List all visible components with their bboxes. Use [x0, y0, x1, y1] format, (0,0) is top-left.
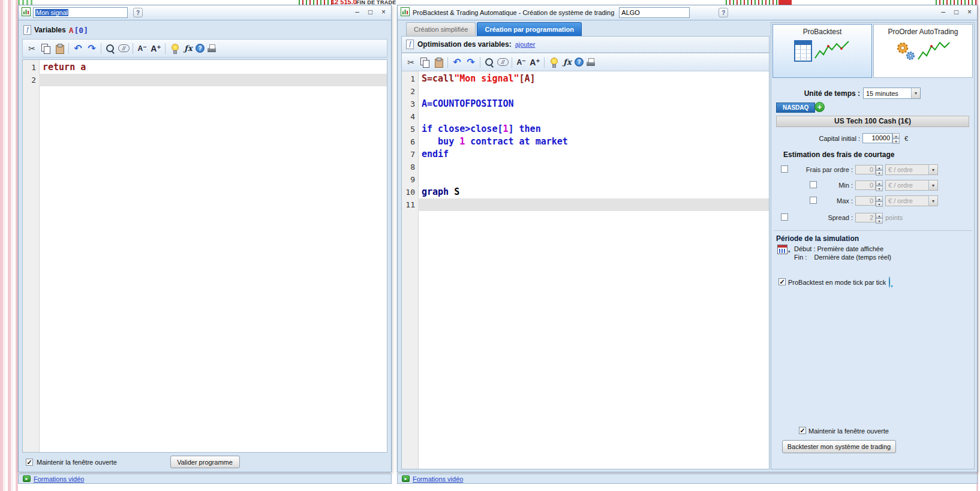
fee-input[interactable]: 0 — [855, 196, 876, 206]
line-number: 2 — [23, 74, 39, 86]
minimize-button[interactable]: – — [353, 8, 362, 17]
close-button[interactable]: × — [379, 8, 388, 17]
spin-down-icon[interactable]: ▾ — [876, 218, 883, 224]
undo-icon[interactable]: ↶ — [71, 43, 85, 55]
spin-down-icon[interactable]: ▾ — [876, 170, 883, 176]
variable-index[interactable]: [0] — [74, 26, 88, 35]
copy-icon[interactable] — [418, 56, 431, 68]
undo-icon[interactable]: ↶ — [450, 56, 464, 68]
spread-stepper[interactable]: ▴▾ — [876, 213, 883, 224]
code-line[interactable]: 11 — [402, 198, 769, 211]
formations-video-link[interactable]: Formations vidéo — [413, 475, 463, 483]
titlebar[interactable]: Mon signal ? – □ × — [19, 5, 391, 20]
help-icon[interactable]: ? — [133, 8, 143, 17]
background-candles — [18, 0, 34, 5]
keep-window-open-checkbox[interactable]: ✓ — [26, 459, 33, 466]
spin-down-icon[interactable]: ▾ — [876, 186, 883, 191]
font-increase-icon[interactable]: A⁺ — [149, 43, 163, 55]
validate-program-button[interactable]: Valider programme — [170, 456, 240, 468]
function-library-icon[interactable]: ƒx — [182, 43, 195, 55]
probacktest-mode-button[interactable]: ProBacktest — [772, 24, 872, 78]
fee-input[interactable]: 0 — [855, 180, 876, 190]
add-variable-link[interactable]: ajouter — [515, 41, 536, 48]
code-line[interactable]: 5if close>close[1] then — [402, 123, 769, 135]
help-circle-icon[interactable]: ? — [575, 58, 584, 67]
spin-down-icon[interactable]: ▾ — [892, 138, 900, 144]
spin-up-icon[interactable]: ▴ — [876, 196, 883, 201]
maximize-button[interactable]: □ — [366, 8, 375, 17]
fee-stepper[interactable]: ▴▾ — [876, 180, 883, 191]
code-line[interactable]: 2 — [402, 85, 769, 98]
add-instrument-button[interactable]: + — [814, 102, 825, 112]
spin-up-icon[interactable]: ▴ — [876, 180, 883, 186]
proorder-mode-button[interactable]: ProOrder AutoTrading — [873, 24, 973, 78]
code-line[interactable]: 6 buy 1 contract at market — [402, 135, 769, 148]
search-icon[interactable] — [104, 43, 117, 55]
comment-toggle-icon[interactable]: // — [118, 44, 130, 52]
cut-icon[interactable]: ✂ — [25, 43, 38, 55]
code-line[interactable]: 1return a — [23, 61, 387, 74]
hint-icon[interactable] — [168, 43, 181, 55]
capital-stepper[interactable]: ▴▾ — [892, 133, 900, 144]
code-line[interactable]: 10graph S — [402, 186, 769, 198]
hint-icon[interactable] — [547, 56, 560, 68]
maximize-button[interactable]: □ — [952, 8, 961, 17]
timeframe-select[interactable]: 15 minutes ▾ — [863, 88, 921, 99]
font-decrease-icon[interactable]: A⁻ — [515, 56, 528, 68]
capital-input[interactable]: 10000 — [862, 133, 892, 143]
help-icon[interactable]: ? — [719, 8, 728, 17]
signal-name-input[interactable]: Mon signal — [33, 7, 128, 18]
code-line[interactable]: 2 — [23, 74, 387, 86]
tab-creation-simplifiee[interactable]: Création simplifiée — [406, 22, 476, 36]
system-code-editor[interactable]: 1S=call"Mon signal"[A]23A=COUNTOFPOSITIO… — [402, 71, 769, 469]
code-line[interactable]: 9 — [402, 173, 769, 186]
calendar-icon[interactable] — [777, 245, 787, 254]
search-icon[interactable] — [483, 56, 496, 68]
font-decrease-icon[interactable]: A⁻ — [136, 43, 149, 55]
spin-up-icon[interactable]: ▴ — [876, 213, 883, 218]
code-line[interactable]: 3A=COUNTOFPOSITION — [402, 98, 769, 110]
line-number: 8 — [402, 161, 418, 173]
tab-creation-par-programmation[interactable]: Création par programmation — [477, 22, 582, 36]
spread-input[interactable]: 2 — [855, 213, 876, 222]
redo-icon[interactable]: ↷ — [85, 43, 98, 55]
close-button[interactable]: × — [965, 8, 974, 17]
fee-unit-select[interactable]: € / ordre ▾ — [885, 164, 938, 175]
titlebar[interactable]: ProBacktest & Trading Automatique - Créa… — [398, 5, 977, 20]
code-line[interactable]: 7endif — [402, 148, 769, 161]
redo-icon[interactable]: ↷ — [464, 56, 477, 68]
instrument-tag[interactable]: NASDAQ — [776, 103, 815, 113]
backtest-button[interactable]: Backtester mon système de trading — [782, 440, 896, 453]
chat-bubble-icon[interactable] — [889, 276, 890, 288]
fee-stepper[interactable]: ▴▾ — [876, 196, 883, 207]
spin-up-icon[interactable]: ▴ — [892, 133, 900, 138]
code-line[interactable]: 1S=call"Mon signal"[A] — [402, 73, 769, 85]
fee-stepper[interactable]: ▴▾ — [876, 165, 883, 176]
fee-unit-select[interactable]: € / ordre ▾ — [885, 180, 938, 191]
print-icon[interactable] — [205, 43, 218, 55]
formations-video-link[interactable]: Formations vidéo — [34, 475, 84, 483]
code-line[interactable]: 8 — [402, 161, 769, 173]
system-name-input[interactable] — [619, 7, 690, 18]
chevron-down-icon[interactable]: ▾ — [788, 249, 790, 254]
cut-icon[interactable]: ✂ — [404, 56, 417, 68]
fee-unit-select[interactable]: € / ordre ▾ — [885, 195, 938, 206]
font-increase-icon[interactable]: A⁺ — [528, 56, 542, 68]
paste-icon[interactable] — [53, 43, 66, 55]
signal-code-editor[interactable]: 1return a2 — [22, 59, 387, 453]
date-picker[interactable]: ▾ — [777, 245, 790, 254]
fee-input[interactable]: 0 — [855, 165, 876, 174]
spin-down-icon[interactable]: ▾ — [876, 201, 883, 207]
paste-icon[interactable] — [432, 56, 445, 68]
help-circle-icon[interactable]: ? — [196, 44, 205, 53]
variable-name[interactable]: A — [69, 26, 74, 35]
minimize-button[interactable]: – — [939, 8, 948, 17]
function-library-icon[interactable]: ƒx — [561, 56, 574, 68]
print-icon[interactable] — [584, 56, 597, 68]
keep-window-open-checkbox[interactable]: ✓ — [799, 427, 806, 434]
tick-mode-checkbox[interactable]: ✓ — [778, 278, 786, 285]
code-line[interactable]: 4 — [402, 110, 769, 123]
comment-toggle-icon[interactable]: // — [497, 58, 509, 66]
copy-icon[interactable] — [39, 43, 52, 55]
spin-up-icon[interactable]: ▴ — [876, 165, 883, 170]
